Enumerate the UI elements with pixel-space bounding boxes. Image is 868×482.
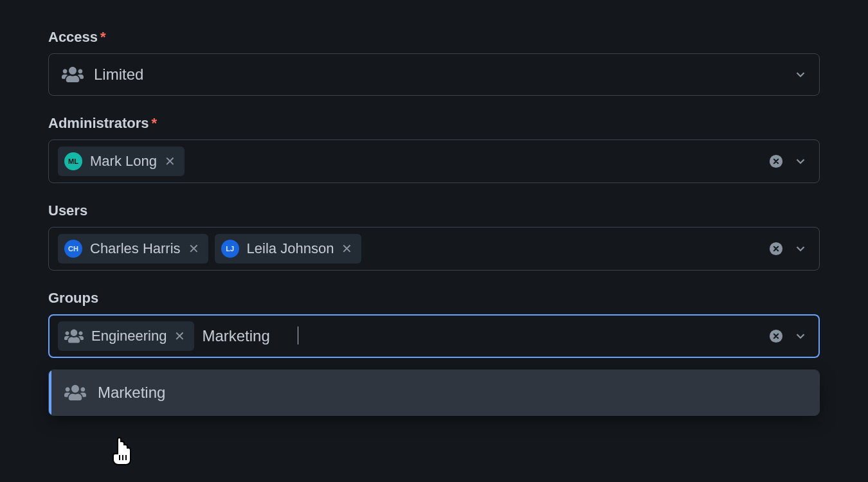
dropdown-option-label: Marketing	[98, 384, 165, 402]
access-value: Limited	[94, 66, 143, 84]
chip-label: Engineering	[91, 328, 167, 344]
access-field: Access * Limited	[48, 29, 820, 96]
pointer-cursor-icon	[109, 437, 134, 468]
remove-chip-icon[interactable]: ✕	[188, 242, 199, 255]
avatar: LJ	[221, 240, 239, 258]
groups-select[interactable]: Engineering ✕	[48, 314, 820, 358]
user-chip: CH Charles Harris ✕	[58, 234, 208, 263]
remove-chip-icon[interactable]: ✕	[174, 330, 185, 343]
dropdown-option-marketing[interactable]: Marketing	[49, 370, 819, 415]
administrators-field: Administrators * ML Mark Long ✕	[48, 115, 820, 183]
users-label: Users	[48, 202, 820, 219]
groups-dropdown: Marketing	[48, 370, 820, 416]
users-select[interactable]: CH Charles Harris ✕ LJ Leila Johnson ✕	[48, 227, 820, 271]
users-label-text: Users	[48, 202, 87, 219]
clear-icon[interactable]	[769, 329, 783, 343]
chevron-down-icon[interactable]	[793, 329, 808, 343]
groups-label: Groups	[48, 290, 820, 307]
chevron-down-icon[interactable]	[793, 67, 808, 82]
text-caret	[298, 326, 298, 344]
groups-search-input[interactable]	[201, 325, 297, 348]
avatar: ML	[64, 152, 82, 170]
users-icon	[62, 65, 84, 84]
remove-chip-icon[interactable]: ✕	[165, 155, 176, 168]
avatar: CH	[64, 240, 82, 258]
access-label-text: Access	[48, 29, 98, 46]
chevron-down-icon[interactable]	[793, 242, 808, 256]
required-indicator: *	[151, 115, 157, 132]
chip-label: Leila Johnson	[247, 240, 334, 257]
user-chip: LJ Leila Johnson ✕	[215, 234, 362, 263]
chip-label: Mark Long	[90, 153, 157, 170]
groups-label-text: Groups	[48, 290, 98, 307]
access-select[interactable]: Limited	[48, 53, 820, 96]
group-chip: Engineering ✕	[58, 321, 194, 351]
groups-field: Groups Engineering ✕	[48, 290, 820, 416]
administrators-label-text: Administrators	[48, 115, 149, 132]
clear-icon[interactable]	[769, 242, 783, 256]
chevron-down-icon[interactable]	[793, 154, 808, 168]
chip-label: Charles Harris	[90, 240, 181, 257]
access-label: Access *	[48, 29, 820, 46]
clear-icon[interactable]	[769, 154, 783, 168]
required-indicator: *	[100, 29, 106, 46]
group-icon	[64, 328, 84, 344]
group-icon	[64, 383, 86, 402]
remove-chip-icon[interactable]: ✕	[341, 242, 352, 255]
admin-chip: ML Mark Long ✕	[58, 147, 185, 176]
administrators-label: Administrators *	[48, 115, 820, 132]
users-field: Users CH Charles Harris ✕ LJ Leila Johns…	[48, 202, 820, 271]
administrators-select[interactable]: ML Mark Long ✕	[48, 139, 820, 183]
